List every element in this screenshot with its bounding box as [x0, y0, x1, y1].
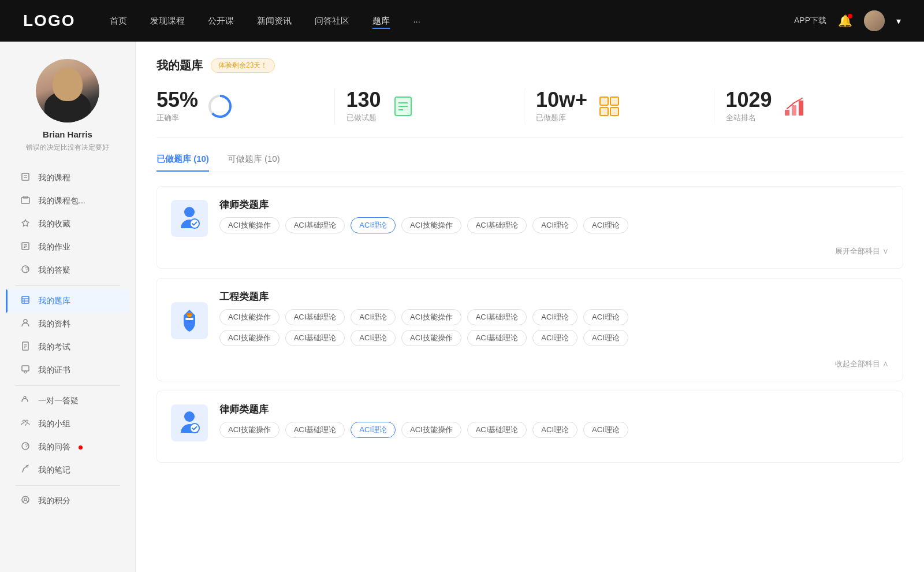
tag-l1-4[interactable]: ACI基础理论 — [467, 217, 527, 233]
nav-opencourse[interactable]: 公开课 — [208, 13, 234, 29]
sidebar-item-myqbank[interactable]: 我的题库 — [6, 289, 129, 313]
svg-point-15 — [24, 320, 27, 323]
sidebar-label-mygroup: 我的小组 — [38, 419, 70, 429]
qbank-body-engineer: 工程类题库 ACI技能操作 ACI基础理论 ACI理论 ACI技能操作 ACI基… — [219, 290, 889, 351]
rank-icon — [781, 94, 807, 119]
tag-e2-3[interactable]: ACI技能操作 — [401, 330, 461, 346]
correctrate-icon — [207, 94, 233, 119]
sidebar-item-mycourse[interactable]: 我的课程 — [6, 166, 129, 190]
tag-l2-4[interactable]: ACI基础理论 — [467, 422, 527, 438]
tab-available[interactable]: 可做题库 (10) — [228, 154, 280, 172]
question-icon: ? — [20, 441, 31, 453]
app-download-link[interactable]: APP下载 — [794, 16, 826, 26]
tag-e2-2[interactable]: ACI理论 — [351, 330, 396, 346]
tag-e-2[interactable]: ACI理论 — [351, 309, 396, 325]
onetoone-icon — [20, 395, 31, 407]
sidebar-item-myexam[interactable]: 我的考试 — [6, 336, 129, 359]
tag-e-5[interactable]: ACI理论 — [532, 309, 578, 325]
sidebar-label-favorites: 我的收藏 — [38, 219, 70, 229]
sidebar-item-mynotes[interactable]: 我的笔记 — [6, 459, 129, 482]
stat-label-rank: 全站排名 — [726, 113, 772, 123]
sidebar-menu: 我的课程 我的课程包... 我的收藏 我的作业 — [0, 166, 135, 512]
sidebar-item-homework[interactable]: 我的作业 — [6, 236, 129, 259]
svg-rect-48 — [799, 101, 803, 116]
tag-l1-3[interactable]: ACI技能操作 — [401, 217, 461, 233]
qbank-header-engineer: 工程类题库 ACI技能操作 ACI基础理论 ACI理论 ACI技能操作 ACI基… — [171, 290, 889, 351]
tags-engineer-row2: ACI技能操作 ACI基础理论 ACI理论 ACI技能操作 ACI基础理论 AC… — [219, 330, 889, 346]
tag-l2-1[interactable]: ACI基础理论 — [285, 422, 345, 438]
sidebar-item-onetoone[interactable]: 一对一答疑 — [6, 389, 129, 413]
tag-l1-2[interactable]: ACI理论 — [351, 217, 396, 233]
tag-l1-6[interactable]: ACI理论 — [583, 217, 628, 233]
tag-e-1[interactable]: ACI基础理论 — [285, 309, 345, 325]
qbank-section-engineer: 工程类题库 ACI技能操作 ACI基础理论 ACI理论 ACI技能操作 ACI基… — [157, 278, 903, 381]
tags-lawyer2: ACI技能操作 ACI基础理论 ACI理论 ACI技能操作 ACI基础理论 AC… — [219, 422, 628, 438]
divider-1 — [15, 285, 120, 286]
expand-lawyer1[interactable]: 展开全部科目 ∨ — [171, 246, 889, 257]
user-avatar — [36, 59, 99, 122]
sidebar-item-myqa[interactable]: ? 我的答疑 — [6, 259, 129, 282]
tag-l2-0[interactable]: ACI技能操作 — [219, 422, 280, 438]
tag-e-6[interactable]: ACI理论 — [583, 309, 628, 325]
tab-done[interactable]: 已做题库 (10) — [157, 154, 209, 172]
tag-l1-0[interactable]: ACI技能操作 — [219, 217, 280, 233]
nav-qbank[interactable]: 题库 — [372, 13, 390, 29]
tag-e2-6[interactable]: ACI理论 — [583, 330, 628, 346]
star-icon — [20, 218, 31, 230]
sidebar-item-mycert[interactable]: 我的证书 — [6, 359, 129, 382]
nav-discover[interactable]: 发现课程 — [150, 13, 185, 29]
dropdown-arrow[interactable]: ▾ — [896, 16, 901, 27]
tag-l1-1[interactable]: ACI基础理论 — [285, 217, 345, 233]
expand-engineer[interactable]: 收起全部科目 ∧ — [171, 359, 889, 369]
homework-icon — [20, 242, 31, 253]
donequestions-icon — [390, 94, 416, 119]
sidebar-label-mypoints: 我的积分 — [38, 496, 70, 506]
sidebar-label-mycert: 我的证书 — [38, 365, 70, 376]
stat-donebanks-text: 10w+ 已做题库 — [536, 90, 587, 123]
logo[interactable]: LOGO — [23, 12, 75, 30]
coursepack-icon — [20, 195, 31, 207]
sidebar-item-coursepack[interactable]: 我的课程包... — [6, 190, 129, 213]
tag-l2-3[interactable]: ACI技能操作 — [401, 422, 461, 438]
tag-l2-6[interactable]: ACI理论 — [583, 422, 628, 438]
svg-point-23 — [24, 396, 26, 399]
sidebar-label-mycourse: 我的课程 — [38, 173, 70, 183]
sidebar-label-myqa: 我的答疑 — [38, 265, 70, 276]
tag-e-4[interactable]: ACI基础理论 — [467, 309, 527, 325]
stat-label-donebanks: 已做题库 — [536, 113, 587, 123]
user-name: Brian Harris — [43, 129, 92, 139]
svg-rect-53 — [187, 313, 192, 315]
sidebar-item-mydata[interactable]: 我的资料 — [6, 313, 129, 336]
tag-l1-5[interactable]: ACI理论 — [532, 217, 578, 233]
sidebar-item-mygroup[interactable]: 我的小组 — [6, 413, 129, 436]
svg-rect-40 — [610, 97, 619, 105]
notes-icon — [20, 465, 31, 476]
sidebar-item-mypoints[interactable]: 我的积分 — [6, 489, 129, 512]
sidebar-item-myquestion[interactable]: ? 我的问答 — [6, 436, 129, 459]
sidebar-item-favorites[interactable]: 我的收藏 — [6, 213, 129, 236]
nav-more[interactable]: ··· — [413, 14, 420, 28]
tag-e-0[interactable]: ACI技能操作 — [219, 309, 280, 325]
tag-l2-5[interactable]: ACI理论 — [532, 422, 578, 438]
engineer-icon — [171, 302, 208, 339]
user-avatar-nav[interactable] — [864, 10, 885, 31]
sidebar-label-onetoone: 一对一答疑 — [38, 396, 79, 406]
nav-qa[interactable]: 问答社区 — [315, 13, 349, 29]
svg-text:?: ? — [25, 443, 28, 450]
tag-e2-0[interactable]: ACI技能操作 — [219, 330, 280, 346]
nav-home[interactable]: 首页 — [110, 13, 127, 29]
tag-e2-1[interactable]: ACI基础理论 — [285, 330, 345, 346]
main-content: 我的题库 体验剩余23天！ 55% 正确率 — [136, 42, 924, 572]
stat-correctrate: 55% 正确率 — [157, 90, 335, 123]
tag-e2-5[interactable]: ACI理论 — [532, 330, 578, 346]
svg-rect-20 — [22, 366, 29, 371]
stat-rank: 1029 全站排名 — [714, 90, 904, 123]
nav-news[interactable]: 新闻资讯 — [257, 13, 292, 29]
stat-correctrate-text: 55% 正确率 — [157, 90, 198, 123]
svg-rect-44 — [610, 107, 619, 116]
notification-bell[interactable]: 🔔 — [838, 14, 852, 28]
tag-e-3[interactable]: ACI技能操作 — [401, 309, 461, 325]
tag-e2-4[interactable]: ACI基础理论 — [467, 330, 527, 346]
qbank-header-lawyer2: 律师类题库 ACI技能操作 ACI基础理论 ACI理论 ACI技能操作 ACI基… — [171, 403, 889, 443]
tag-l2-2[interactable]: ACI理论 — [351, 422, 396, 438]
